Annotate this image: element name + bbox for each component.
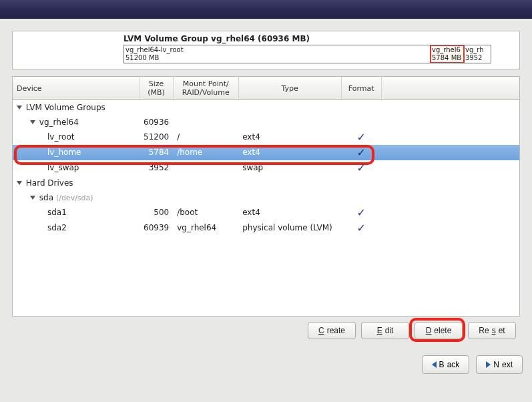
cell-type: swap	[238, 160, 341, 176]
cell-mount: /boot	[173, 205, 238, 220]
device-name: lv_home	[13, 145, 140, 160]
group-label: Hard Drives	[26, 178, 73, 188]
device-name: sda	[39, 193, 53, 202]
vg-slice-root[interactable]: vg_rhel64-lv_root 51200 MB	[124, 45, 431, 63]
col-mount[interactable]: Mount Point/ RAID/Volume	[173, 77, 238, 100]
check-icon: ✓	[345, 206, 377, 219]
vg-slice-swap[interactable]: vg_rh 3952	[464, 45, 491, 63]
col-type[interactable]: Type	[238, 77, 341, 100]
vg-diagram-panel: LVM Volume Group vg_rhel64 (60936 MB) vg…	[12, 31, 520, 69]
table-row[interactable]: sda2 60939 vg_rhel64 physical volume (LV…	[13, 220, 519, 236]
next-button[interactable]: Next	[476, 355, 523, 374]
table-row[interactable]: vg_rhel64 60936	[13, 115, 519, 130]
cell-size: 5784	[140, 145, 173, 160]
device-name: sda1	[13, 205, 140, 220]
expand-icon[interactable]	[17, 181, 22, 185]
vg-slice-size: 51200 MB	[125, 54, 429, 62]
cell-size: 60936	[140, 115, 173, 130]
create-button[interactable]: Create	[308, 322, 356, 339]
cell-mount: /	[173, 130, 238, 145]
vg-diagram-bars: vg_rhel64-lv_root 51200 MB vg_rhel6 5784…	[123, 45, 491, 63]
back-button[interactable]: Back	[422, 355, 470, 374]
cell-size: 500	[140, 205, 173, 220]
reset-button[interactable]: Reset	[468, 322, 516, 339]
cell-size: 51200	[140, 130, 173, 145]
cell-mount: /home	[173, 145, 238, 160]
delete-button[interactable]: Delete	[415, 322, 463, 339]
vg-slice-size: 5784 MB	[432, 54, 462, 62]
col-size[interactable]: Size (MB)	[140, 77, 173, 100]
vg-slice-label: vg_rhel64-lv_root	[125, 46, 429, 54]
col-format[interactable]: Format	[341, 77, 381, 100]
device-hint: (/dev/sda)	[56, 194, 93, 202]
table-row-selected[interactable]: lv_home 5784 /home ext4 ✓	[13, 145, 519, 160]
cell-type: ext4	[238, 145, 341, 160]
group-row-lvm[interactable]: LVM Volume Groups	[13, 100, 519, 115]
device-name: lv_swap	[13, 160, 140, 176]
group-label: LVM Volume Groups	[26, 103, 105, 112]
table-header: Device Size (MB) Mount Point/ RAID/Volum…	[13, 77, 519, 100]
check-icon: ✓	[345, 162, 377, 174]
check-icon: ✓	[345, 222, 377, 234]
device-name: sda2	[13, 220, 140, 236]
arrow-right-icon	[486, 361, 491, 368]
table-row[interactable]: lv_root 51200 / ext4 ✓	[13, 130, 519, 145]
table-row[interactable]: sda (/dev/sda)	[13, 190, 519, 205]
cell-size: 3952	[140, 160, 173, 176]
device-name: lv_root	[13, 130, 140, 145]
window-titlebar	[0, 0, 532, 19]
cell-type: ext4	[238, 130, 341, 145]
table-toolbar: Create Edit Delete Reset	[8, 317, 524, 339]
expand-icon[interactable]	[30, 196, 35, 200]
partition-table: Device Size (MB) Mount Point/ RAID/Volum…	[12, 76, 520, 317]
vg-slice-label: vg_rh	[465, 46, 489, 54]
group-row-hd[interactable]: Hard Drives	[13, 176, 519, 190]
edit-button[interactable]: Edit	[361, 322, 409, 339]
expand-icon[interactable]	[17, 106, 22, 110]
cell-type: ext4	[238, 205, 341, 220]
col-device[interactable]: Device	[13, 77, 140, 100]
cell-size: 60939	[140, 220, 173, 236]
table-row[interactable]: sda1 500 /boot ext4 ✓	[13, 205, 519, 220]
col-spacer	[381, 77, 519, 100]
device-name: vg_rhel64	[39, 118, 79, 127]
table-row[interactable]: lv_swap 3952 swap ✓	[13, 160, 519, 176]
cell-mount	[173, 160, 238, 176]
expand-icon[interactable]	[30, 120, 35, 124]
check-icon: ✓	[345, 131, 377, 144]
vg-slice-label: vg_rhel6	[432, 46, 462, 54]
wizard-nav: Back Next	[0, 347, 532, 382]
arrow-left-icon	[432, 361, 437, 368]
vg-diagram-title: LVM Volume Group vg_rhel64 (60936 MB)	[123, 34, 491, 43]
vg-slice-home[interactable]: vg_rhel6 5784 MB	[431, 45, 464, 63]
vg-slice-size: 3952	[465, 54, 489, 62]
cell-type: physical volume (LVM)	[238, 220, 341, 236]
check-icon: ✓	[345, 146, 377, 159]
cell-mount: vg_rhel64	[173, 220, 238, 236]
